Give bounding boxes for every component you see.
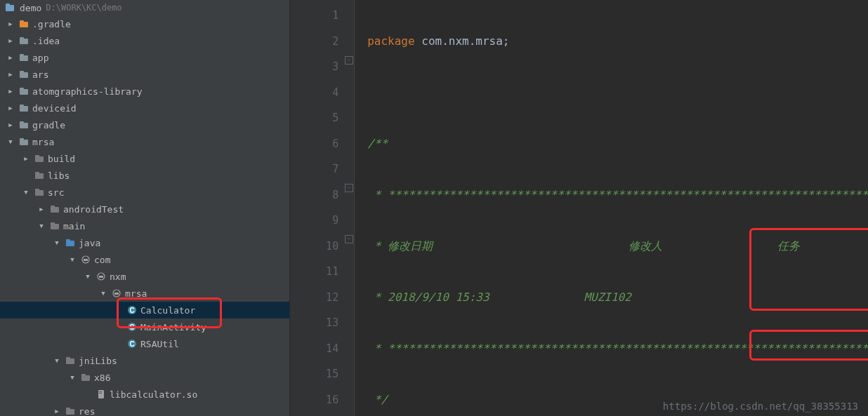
folder-blue-icon xyxy=(65,237,76,248)
tree-folder-item[interactable]: ▶.idea xyxy=(0,32,289,49)
code-content[interactable]: package com.nxm.mrsa; /** * ************… xyxy=(355,0,868,416)
chevron-down-icon[interactable]: ▼ xyxy=(6,137,15,147)
chevron-down-icon[interactable]: ▼ xyxy=(37,221,46,231)
tree-folder-item[interactable]: ▶res xyxy=(0,403,289,416)
svg-rect-35 xyxy=(114,293,119,295)
tree-item-label: libcalculator.so xyxy=(110,389,197,400)
line-number: 16 xyxy=(290,387,338,413)
tree-class-item[interactable]: CCalculator xyxy=(0,302,289,318)
line-number: 12 xyxy=(290,285,338,311)
package-icon xyxy=(111,288,122,299)
svg-rect-29 xyxy=(66,239,70,242)
svg-text:C: C xyxy=(129,340,134,348)
tree-item-label: mrsa xyxy=(125,288,147,299)
tree-class-item[interactable]: CRSAUtil xyxy=(0,335,289,352)
tree-folder-item[interactable]: ▼mrsa xyxy=(0,285,289,302)
tree-folder-item[interactable]: ▼jniLibs xyxy=(0,352,289,369)
project-path: D:\WORK\KC\demo xyxy=(46,3,121,13)
tree-item-label: main xyxy=(63,221,85,232)
tree-folder-item[interactable]: ▼java xyxy=(0,234,289,251)
tree-folder-item[interactable]: ▼nxm xyxy=(0,268,289,285)
folder-icon xyxy=(18,136,29,147)
chevron-right-icon[interactable]: ▶ xyxy=(21,154,31,163)
tree-class-item[interactable]: CMainActivity xyxy=(0,318,289,335)
svg-rect-21 xyxy=(35,172,39,175)
chevron-down-icon[interactable]: ▼ xyxy=(67,373,77,382)
line-number: 8 xyxy=(290,182,338,208)
tree-folder-item[interactable]: ▶app xyxy=(0,49,289,66)
folder-grey-icon xyxy=(34,187,45,198)
line-gutter: 12345678910111213141516 − − − xyxy=(290,0,355,416)
spacer xyxy=(114,305,124,315)
line-number: 13 xyxy=(290,310,338,336)
project-root-row[interactable]: demo D:\WORK\KC\demo xyxy=(0,0,289,15)
tree-item-label: RSAUtil xyxy=(140,339,179,349)
svg-rect-43 xyxy=(66,357,70,360)
package-icon xyxy=(80,254,91,265)
chevron-down-icon[interactable]: ▼ xyxy=(83,271,93,281)
tree-folder-item[interactable]: ▼com xyxy=(0,251,289,268)
chevron-right-icon[interactable]: ▶ xyxy=(6,120,15,130)
line-number: 9 xyxy=(290,208,338,234)
tree-item-label: nxm xyxy=(110,271,126,282)
tree-folder-item[interactable]: ▶gradle xyxy=(0,116,289,133)
chevron-right-icon[interactable]: ▶ xyxy=(52,406,62,416)
svg-rect-15 xyxy=(20,121,24,124)
svg-rect-45 xyxy=(81,374,86,377)
tree-folder-item[interactable]: ▼x86 xyxy=(0,369,289,386)
svg-text:C: C xyxy=(129,323,134,331)
svg-text:C: C xyxy=(129,307,134,314)
folder-grey-icon xyxy=(65,355,76,366)
tree-folder-item[interactable]: ▶deviceid xyxy=(0,100,289,116)
tree-folder-item[interactable]: ▶ars xyxy=(0,66,289,83)
svg-rect-46 xyxy=(98,390,104,398)
svg-rect-31 xyxy=(84,259,88,261)
chevron-right-icon[interactable]: ▶ xyxy=(6,53,15,62)
chevron-down-icon[interactable]: ▼ xyxy=(21,187,31,197)
tree-folder-item[interactable]: ▶.gradle xyxy=(0,15,289,32)
tree-item-label: mrsa xyxy=(32,137,54,147)
chevron-right-icon[interactable]: ▶ xyxy=(6,36,15,46)
tree-folder-item[interactable]: libs xyxy=(0,167,289,184)
tree-item-label: ars xyxy=(32,69,48,80)
folder-icon xyxy=(18,69,29,80)
tree-item-label: androidTest xyxy=(63,204,124,215)
file-icon xyxy=(96,389,107,400)
svg-rect-13 xyxy=(20,105,24,107)
tree-folder-item[interactable]: ▶androidTest xyxy=(0,201,289,217)
project-tree[interactable]: demo D:\WORK\KC\demo ▶.gradle▶.idea▶app▶… xyxy=(0,0,290,416)
svg-rect-1 xyxy=(6,4,10,6)
code-editor[interactable]: 12345678910111213141516 − − − package co… xyxy=(290,0,868,416)
tree-folder-item[interactable]: ▼mrsa xyxy=(0,133,289,150)
svg-rect-48 xyxy=(99,393,102,394)
chevron-down-icon[interactable]: ▼ xyxy=(52,356,62,365)
tree-folder-item[interactable]: ▶build xyxy=(0,150,289,167)
chevron-right-icon[interactable]: ▶ xyxy=(6,103,15,113)
line-number: 5 xyxy=(290,105,338,131)
folder-grey-icon xyxy=(65,405,76,416)
chevron-right-icon[interactable]: ▶ xyxy=(6,86,15,96)
spacer xyxy=(114,339,124,349)
tree-folder-item[interactable]: ▼main xyxy=(0,217,289,234)
tree-item-label: res xyxy=(79,406,95,417)
chevron-right-icon[interactable]: ▶ xyxy=(6,19,15,29)
line-number: 6 xyxy=(290,131,338,157)
chevron-down-icon[interactable]: ▼ xyxy=(67,255,77,264)
package-icon xyxy=(96,271,107,282)
svg-rect-23 xyxy=(35,189,39,192)
chevron-down-icon[interactable]: ▼ xyxy=(52,238,62,248)
line-number: 11 xyxy=(290,259,338,285)
tree-item-label: libs xyxy=(48,170,70,181)
svg-rect-19 xyxy=(35,155,39,158)
line-number: 3 xyxy=(290,54,338,80)
folder-icon xyxy=(18,52,29,63)
chevron-right-icon[interactable]: ▶ xyxy=(6,69,15,79)
chevron-down-icon[interactable]: ▼ xyxy=(98,288,108,298)
folder-grey-icon xyxy=(49,220,60,232)
tree-folder-item[interactable]: libcalculator.so xyxy=(0,386,289,403)
chevron-right-icon[interactable]: ▶ xyxy=(37,204,46,214)
folder-orange-icon xyxy=(18,18,29,29)
svg-rect-17 xyxy=(20,138,24,141)
tree-folder-item[interactable]: ▶atomgraphics-library xyxy=(0,83,289,100)
tree-folder-item[interactable]: ▼src xyxy=(0,184,289,201)
